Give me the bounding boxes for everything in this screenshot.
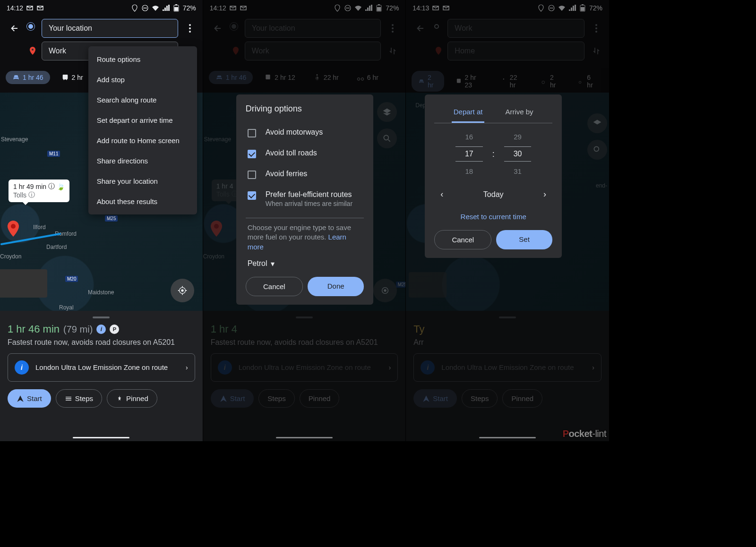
tab-arrive[interactable]: Arrive by bbox=[503, 103, 535, 123]
signal-icon bbox=[162, 4, 170, 12]
origin-indicator bbox=[28, 24, 37, 33]
checkbox[interactable] bbox=[248, 191, 256, 200]
cancel-button[interactable]: Cancel bbox=[246, 277, 303, 296]
streetview-thumb[interactable] bbox=[0, 269, 47, 298]
route-sheet[interactable]: 1 hr 46 min (79 mi) i P Fastest route no… bbox=[0, 311, 203, 441]
dialog-title: Driving options bbox=[246, 104, 364, 114]
back-button[interactable] bbox=[6, 19, 24, 37]
ulez-notice[interactable]: i London Ultra Low Emission Zone on rout… bbox=[8, 353, 195, 382]
engine-note: Choose your engine type to save more fue… bbox=[246, 223, 364, 256]
road-badge: M25 bbox=[105, 215, 118, 222]
chevron-right-icon: › bbox=[186, 364, 188, 371]
checkbox[interactable] bbox=[248, 171, 256, 179]
map-label: Maidstone bbox=[88, 289, 114, 296]
menu-about[interactable]: About these results bbox=[88, 191, 197, 212]
opt-avoid-ferries[interactable]: Avoid ferries bbox=[246, 164, 364, 185]
origin-input[interactable]: Your location bbox=[42, 19, 178, 38]
map-label: Croydon bbox=[0, 253, 21, 260]
menu-search-along[interactable]: Search along route bbox=[88, 90, 197, 110]
hour-spinner[interactable]: 16 17 18 bbox=[455, 133, 483, 175]
my-location-button[interactable] bbox=[171, 279, 194, 302]
sheet-header: 1 hr 46 min (79 mi) i P bbox=[8, 323, 195, 335]
menu-depart-arrive[interactable]: Set depart or arrive time bbox=[88, 110, 197, 130]
svg-point-8 bbox=[32, 49, 34, 51]
set-button[interactable]: Set bbox=[496, 230, 552, 249]
chevron-down-icon: ▾ bbox=[271, 259, 275, 268]
location-icon bbox=[131, 4, 138, 12]
gmail-icon bbox=[36, 4, 44, 12]
dnd-icon bbox=[141, 4, 149, 12]
minute-spinner[interactable]: 29 30 31 bbox=[504, 133, 532, 175]
start-button[interactable]: Start bbox=[8, 389, 51, 408]
opt-avoid-tolls[interactable]: Avoid toll roads bbox=[246, 143, 364, 164]
route-pin-dest bbox=[7, 221, 20, 239]
info-icon: ⓘ bbox=[28, 191, 35, 199]
road-badge: M11 bbox=[47, 151, 60, 157]
wifi-icon bbox=[152, 4, 159, 12]
nav-bar[interactable] bbox=[73, 437, 129, 438]
cancel-button[interactable]: Cancel bbox=[434, 230, 491, 249]
done-button[interactable]: Done bbox=[308, 277, 364, 296]
gmail-icon bbox=[26, 4, 34, 12]
grabber[interactable] bbox=[93, 316, 110, 318]
overflow-menu[interactable]: Route options Add stop Search along rout… bbox=[88, 46, 197, 214]
menu-add-stop[interactable]: Add stop bbox=[88, 69, 197, 90]
map-label: Dartford bbox=[46, 244, 67, 250]
depart-arrive-dialog: Depart at Arrive by 16 17 18 : 29 30 31 … bbox=[425, 94, 562, 258]
overflow-menu-button[interactable] bbox=[183, 19, 197, 37]
date-row: ‹ Today › bbox=[434, 185, 552, 204]
dest-indicator bbox=[28, 47, 37, 55]
phone-driving-options: 14:12 72% Your location Work 1 hr 46 bbox=[203, 0, 406, 441]
opt-avoid-motorways[interactable]: Avoid motorways bbox=[246, 122, 364, 143]
status-clock: 14:12 bbox=[7, 4, 23, 12]
menu-share-loc[interactable]: Share your location bbox=[88, 171, 197, 191]
menu-share-dir[interactable]: Share directions bbox=[88, 151, 197, 171]
sheet-subtitle: Fastest route now, avoids road closures … bbox=[8, 338, 195, 347]
engine-selector[interactable]: Petrol ▾ bbox=[246, 256, 364, 277]
next-day-button[interactable]: › bbox=[539, 189, 550, 199]
mode-driving[interactable]: 1 hr 46 bbox=[6, 71, 50, 84]
menu-route-options[interactable]: Route options bbox=[88, 49, 197, 69]
route-time-bubble[interactable]: 1 hr 49 min ⓘ 🍃 Tolls ⓘ bbox=[9, 179, 69, 202]
prev-day-button[interactable]: ‹ bbox=[436, 189, 447, 199]
battery-icon bbox=[172, 4, 180, 12]
map-label: Stevenage bbox=[1, 136, 28, 143]
phone-depart-arrive: 14:13 72% Work Home 2 hr 2 hr 23 bbox=[406, 0, 609, 441]
svg-point-5 bbox=[189, 24, 191, 26]
depart-tabs: Depart at Arrive by bbox=[434, 103, 552, 123]
status-bar: 14:12 72% bbox=[0, 0, 203, 16]
opt-fuel-efficient[interactable]: Prefer fuel-efficient routesWhen arrival… bbox=[246, 185, 364, 213]
svg-point-9 bbox=[11, 224, 16, 229]
svg-point-6 bbox=[189, 27, 191, 29]
road-badge: M20 bbox=[65, 276, 78, 282]
checkbox[interactable] bbox=[248, 150, 256, 158]
info-icon[interactable]: i bbox=[96, 325, 106, 334]
checkbox[interactable] bbox=[248, 129, 256, 137]
svg-point-10 bbox=[181, 289, 184, 292]
svg-rect-4 bbox=[175, 4, 177, 5]
phone-route-options: 14:12 72% Your location Work 1 hr 46 bbox=[0, 0, 203, 441]
steps-button[interactable]: Steps bbox=[56, 389, 102, 408]
parking-icon[interactable]: P bbox=[110, 325, 119, 334]
tab-depart[interactable]: Depart at bbox=[452, 103, 485, 123]
time-picker[interactable]: 16 17 18 : 29 30 31 bbox=[434, 133, 552, 175]
driving-options-dialog: Driving options Avoid motorways Avoid to… bbox=[236, 94, 374, 305]
pinned-button[interactable]: Pinned bbox=[107, 389, 157, 408]
battery-percent: 72% bbox=[183, 4, 196, 12]
reset-link[interactable]: Reset to current time bbox=[434, 213, 552, 221]
menu-add-home[interactable]: Add route to Home screen bbox=[88, 130, 197, 151]
map-label: Ilford bbox=[33, 224, 46, 231]
sheet-actions: Start Steps Pinned bbox=[8, 389, 195, 408]
info-icon: i bbox=[15, 360, 29, 375]
date-label[interactable]: Today bbox=[483, 190, 504, 199]
map-label: Royal Tunbridge bbox=[59, 304, 85, 311]
info-icon: ⓘ bbox=[48, 182, 55, 191]
svg-point-7 bbox=[189, 31, 191, 33]
svg-rect-3 bbox=[174, 7, 178, 11]
mode-transit[interactable]: 2 hr bbox=[55, 71, 90, 84]
leaf-icon: 🍃 bbox=[57, 183, 65, 190]
